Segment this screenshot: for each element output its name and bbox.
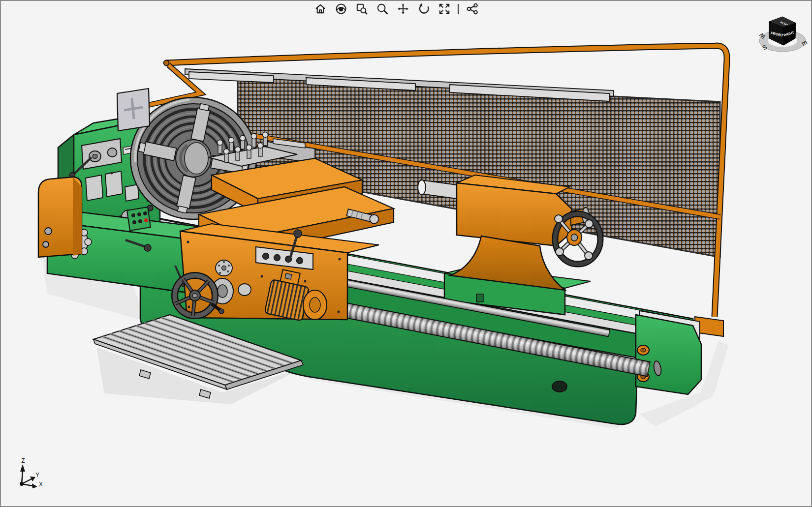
- headstock-top-plate[interactable]: [117, 89, 150, 131]
- axis-y-label: Y: [35, 472, 39, 478]
- axis-triad: Z Y X: [20, 457, 43, 488]
- rotate-button[interactable]: [416, 1, 431, 16]
- viewer-toolbar: [313, 1, 479, 16]
- zoom-window-button[interactable]: [354, 1, 369, 16]
- view-visibility-button[interactable]: [334, 1, 348, 16]
- zoom-window-icon: [355, 2, 368, 15]
- rotate-icon: [417, 2, 430, 15]
- fit-icon: [438, 2, 451, 15]
- share-icon: [466, 2, 479, 15]
- fit-to-view-button[interactable]: [437, 1, 451, 16]
- toolbar-separator: [458, 4, 459, 14]
- share-button[interactable]: [465, 1, 479, 16]
- model-viewport[interactable]: W S E TOP FRONT RIGHT Z Y X: [0, 0, 812, 507]
- pan-button[interactable]: [396, 1, 410, 16]
- view-cube[interactable]: W S E TOP FRONT RIGHT: [758, 17, 809, 52]
- pan-icon: [397, 2, 409, 15]
- magnifier-icon: [376, 2, 389, 15]
- zoom-button[interactable]: [375, 1, 389, 16]
- home-button[interactable]: [313, 1, 327, 16]
- left-pedestal[interactable]: [38, 177, 82, 257]
- axis-z-label: Z: [21, 457, 25, 464]
- axis-x-label: X: [39, 481, 43, 488]
- eye-icon: [335, 2, 347, 15]
- home-icon: [314, 2, 327, 15]
